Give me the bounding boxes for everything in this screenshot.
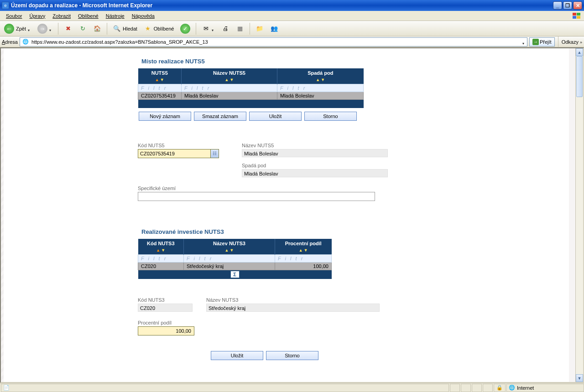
svg-rect-0 — [573, 13, 576, 15]
print-icon: 🖨 — [221, 25, 229, 33]
history-button[interactable]: ✓ — [178, 23, 193, 35]
menu-oblibene[interactable]: Oblíbené — [75, 12, 102, 20]
favorites-button[interactable]: ★ Oblíbené — [141, 23, 177, 35]
maximize-button[interactable]: ❐ — [563, 1, 572, 10]
page-icon: 🌐 — [21, 38, 30, 46]
back-button[interactable]: ← Zpět — [2, 23, 33, 35]
stop-icon: ✖ — [64, 25, 72, 33]
forward-icon: → — [37, 24, 47, 34]
minimize-button[interactable]: _ — [553, 1, 562, 10]
forward-dropdown-icon — [49, 27, 52, 30]
window-titlebar: e Území dopadu a realizace - Microsoft I… — [0, 0, 584, 11]
menu-soubor[interactable]: Soubor — [3, 12, 25, 20]
folder-button[interactable]: 📁 — [253, 23, 266, 35]
edit-button[interactable]: ▦ — [234, 23, 246, 35]
toolbar-separator — [58, 23, 58, 35]
menu-upravy[interactable]: Úpravy — [26, 12, 48, 20]
windows-flag-icon — [572, 12, 581, 20]
back-icon: ← — [4, 24, 14, 34]
menu-napoveda[interactable]: Nápověda — [129, 12, 158, 20]
search-icon: 🔍 — [113, 25, 121, 33]
mail-button[interactable]: ✉ — [199, 23, 217, 35]
star-icon: ★ — [144, 25, 152, 33]
back-dropdown-icon — [28, 27, 31, 30]
address-input-wrapper[interactable]: 🌐 — [20, 37, 527, 46]
forward-button[interactable]: → — [35, 23, 55, 35]
refresh-button[interactable]: ↻ — [76, 23, 89, 35]
menu-zobrazit[interactable]: Zobrazit — [49, 12, 74, 20]
stop-button[interactable]: ✖ — [62, 23, 74, 35]
svg-rect-2 — [573, 16, 576, 19]
home-icon: 🏠 — [93, 25, 101, 33]
close-button[interactable]: ✕ — [573, 1, 582, 10]
people-icon: 👥 — [270, 25, 278, 33]
mail-icon: ✉ — [202, 25, 210, 33]
print-button[interactable]: 🖨 — [219, 23, 232, 35]
toolbar-separator — [250, 23, 250, 35]
mail-dropdown-icon — [212, 27, 215, 30]
history-icon: ✓ — [180, 24, 190, 34]
toolbar: ← Zpět → ✖ ↻ 🏠 🔍 Hledat ★ Oblíbené ✓ ✉ 🖨… — [0, 21, 584, 36]
favorites-label: Oblíbené — [154, 26, 174, 31]
toolbar-separator — [558, 36, 558, 48]
address-input[interactable] — [31, 38, 521, 46]
menu-bar: Soubor Úpravy Zobrazit Oblíbené Nástroje… — [0, 11, 584, 21]
messenger-button[interactable]: 👥 — [268, 23, 281, 35]
address-label: Adresa — [2, 39, 18, 45]
address-dropdown-icon[interactable] — [522, 40, 526, 43]
toolbar-separator — [196, 23, 196, 35]
go-arrow-icon: → — [532, 39, 539, 45]
toolbar-separator — [107, 23, 107, 35]
search-label: Hledat — [123, 26, 137, 31]
svg-rect-1 — [577, 13, 580, 15]
refresh-icon: ↻ — [78, 25, 87, 33]
menu-nastroje[interactable]: Nástroje — [103, 12, 128, 20]
app-icon: e — [2, 2, 9, 9]
search-button[interactable]: 🔍 Hledat — [110, 23, 140, 35]
window-title: Území dopadu a realizace - Microsoft Int… — [11, 2, 553, 9]
address-bar: Adresa 🌐 → Přejít Odkazy » — [0, 36, 584, 47]
go-label: Přejít — [540, 39, 552, 45]
back-label: Zpět — [16, 26, 26, 31]
links-label[interactable]: Odkazy » — [562, 39, 582, 45]
folder-icon: 📁 — [256, 25, 264, 33]
home-button[interactable]: 🏠 — [91, 23, 104, 35]
edit-icon: ▦ — [236, 25, 244, 33]
go-button[interactable]: → Přejít — [529, 37, 555, 46]
svg-rect-3 — [577, 16, 580, 19]
